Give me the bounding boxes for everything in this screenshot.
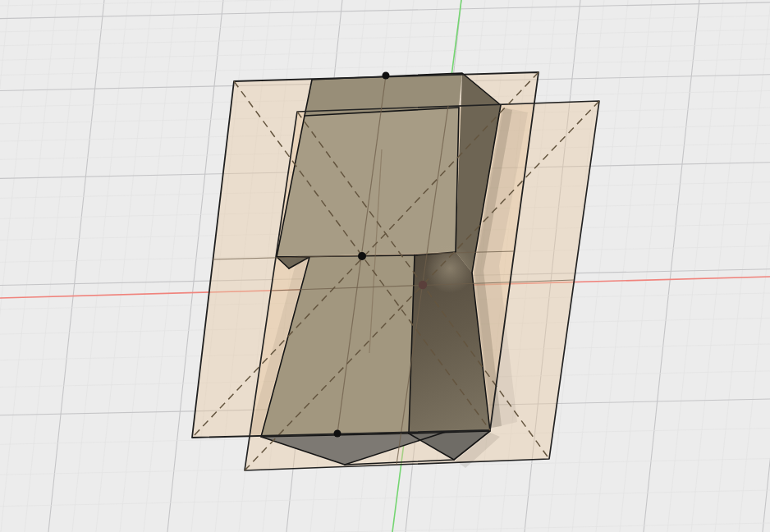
cad-viewport[interactable] xyxy=(0,0,770,532)
cad-scene-canvas[interactable] xyxy=(0,0,770,532)
body-upper-front-face[interactable] xyxy=(277,108,459,257)
grip-construction-plane-back-center[interactable] xyxy=(419,281,427,289)
notch-face-haze xyxy=(425,244,474,293)
grip-construction-plane-front-edge-midpoint[interactable] xyxy=(334,430,341,438)
grip-construction-plane-front-center[interactable] xyxy=(358,252,366,260)
grip-construction-plane-front-edge-midpoint[interactable] xyxy=(383,72,390,80)
